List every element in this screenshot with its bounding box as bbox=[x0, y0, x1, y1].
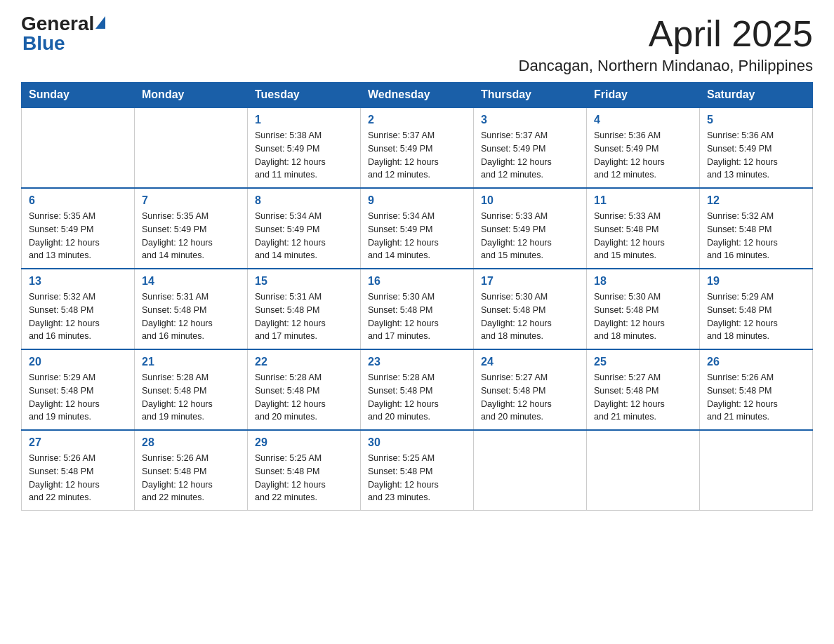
day-info: Sunrise: 5:25 AMSunset: 5:48 PMDaylight:… bbox=[255, 452, 353, 504]
day-cell: 26Sunrise: 5:26 AMSunset: 5:48 PMDayligh… bbox=[700, 349, 813, 430]
day-info: Sunrise: 5:32 AMSunset: 5:48 PMDaylight:… bbox=[29, 290, 127, 343]
day-cell: 11Sunrise: 5:33 AMSunset: 5:48 PMDayligh… bbox=[587, 188, 700, 269]
day-info: Sunrise: 5:35 AMSunset: 5:49 PMDaylight:… bbox=[142, 210, 240, 262]
day-number: 15 bbox=[255, 275, 353, 288]
day-cell: 24Sunrise: 5:27 AMSunset: 5:48 PMDayligh… bbox=[474, 349, 587, 430]
day-info: Sunrise: 5:28 AMSunset: 5:48 PMDaylight:… bbox=[142, 371, 240, 424]
day-info: Sunrise: 5:27 AMSunset: 5:48 PMDaylight:… bbox=[481, 371, 579, 424]
day-number: 21 bbox=[142, 356, 240, 368]
day-cell: 3Sunrise: 5:37 AMSunset: 5:49 PMDaylight… bbox=[474, 107, 587, 188]
logo-area: General Blue bbox=[21, 14, 107, 55]
month-title: April 2025 bbox=[519, 14, 813, 54]
day-cell: 25Sunrise: 5:27 AMSunset: 5:48 PMDayligh… bbox=[587, 349, 700, 430]
calendar-table: Sunday Monday Tuesday Wednesday Thursday… bbox=[21, 82, 813, 511]
header: General Blue April 2025 Dancagan, Northe… bbox=[21, 14, 813, 75]
logo-blue-text: Blue bbox=[22, 32, 65, 54]
day-number: 14 bbox=[142, 275, 240, 288]
day-number: 7 bbox=[142, 194, 240, 207]
day-info: Sunrise: 5:30 AMSunset: 5:48 PMDaylight:… bbox=[481, 290, 579, 343]
weekday-header-row: Sunday Monday Tuesday Wednesday Thursday… bbox=[22, 83, 813, 108]
location-title: Dancagan, Northern Mindanao, Philippines bbox=[519, 57, 813, 75]
day-cell: 10Sunrise: 5:33 AMSunset: 5:49 PMDayligh… bbox=[474, 188, 587, 269]
day-info: Sunrise: 5:36 AMSunset: 5:49 PMDaylight:… bbox=[594, 129, 692, 182]
day-number: 19 bbox=[707, 275, 805, 288]
day-number: 22 bbox=[255, 356, 353, 368]
logo-general-text: General bbox=[21, 14, 94, 34]
day-cell bbox=[700, 430, 813, 511]
day-info: Sunrise: 5:29 AMSunset: 5:48 PMDaylight:… bbox=[29, 371, 127, 424]
day-number: 16 bbox=[368, 275, 466, 288]
day-number: 24 bbox=[481, 356, 579, 368]
day-cell: 6Sunrise: 5:35 AMSunset: 5:49 PMDaylight… bbox=[22, 188, 135, 269]
day-number: 1 bbox=[255, 114, 353, 126]
day-cell: 9Sunrise: 5:34 AMSunset: 5:49 PMDaylight… bbox=[361, 188, 474, 269]
day-cell: 13Sunrise: 5:32 AMSunset: 5:48 PMDayligh… bbox=[22, 269, 135, 349]
day-info: Sunrise: 5:31 AMSunset: 5:48 PMDaylight:… bbox=[142, 290, 240, 343]
day-cell bbox=[587, 430, 700, 511]
day-info: Sunrise: 5:28 AMSunset: 5:48 PMDaylight:… bbox=[368, 371, 466, 424]
header-tuesday: Tuesday bbox=[248, 83, 361, 108]
day-cell bbox=[135, 107, 248, 188]
day-cell: 20Sunrise: 5:29 AMSunset: 5:48 PMDayligh… bbox=[22, 349, 135, 430]
day-info: Sunrise: 5:27 AMSunset: 5:48 PMDaylight:… bbox=[594, 371, 692, 424]
day-info: Sunrise: 5:37 AMSunset: 5:49 PMDaylight:… bbox=[481, 129, 579, 182]
day-cell: 23Sunrise: 5:28 AMSunset: 5:48 PMDayligh… bbox=[361, 349, 474, 430]
day-info: Sunrise: 5:30 AMSunset: 5:48 PMDaylight:… bbox=[594, 290, 692, 343]
day-number: 4 bbox=[594, 114, 692, 126]
day-cell: 2Sunrise: 5:37 AMSunset: 5:49 PMDaylight… bbox=[361, 107, 474, 188]
day-cell: 18Sunrise: 5:30 AMSunset: 5:48 PMDayligh… bbox=[587, 269, 700, 349]
day-number: 13 bbox=[29, 275, 127, 288]
day-cell bbox=[22, 107, 135, 188]
header-monday: Monday bbox=[135, 83, 248, 108]
day-cell: 27Sunrise: 5:26 AMSunset: 5:48 PMDayligh… bbox=[22, 430, 135, 511]
week-row-3: 13Sunrise: 5:32 AMSunset: 5:48 PMDayligh… bbox=[22, 269, 813, 349]
day-number: 18 bbox=[594, 275, 692, 288]
day-cell: 7Sunrise: 5:35 AMSunset: 5:49 PMDaylight… bbox=[135, 188, 248, 269]
day-info: Sunrise: 5:34 AMSunset: 5:49 PMDaylight:… bbox=[368, 210, 466, 262]
day-info: Sunrise: 5:26 AMSunset: 5:48 PMDaylight:… bbox=[142, 452, 240, 504]
day-info: Sunrise: 5:33 AMSunset: 5:49 PMDaylight:… bbox=[481, 210, 579, 262]
day-number: 6 bbox=[29, 194, 127, 207]
day-cell: 12Sunrise: 5:32 AMSunset: 5:48 PMDayligh… bbox=[700, 188, 813, 269]
day-info: Sunrise: 5:26 AMSunset: 5:48 PMDaylight:… bbox=[29, 452, 127, 504]
week-row-1: 1Sunrise: 5:38 AMSunset: 5:49 PMDaylight… bbox=[22, 107, 813, 188]
day-number: 8 bbox=[255, 194, 353, 207]
title-area: April 2025 Dancagan, Northern Mindanao, … bbox=[519, 14, 813, 75]
day-cell: 30Sunrise: 5:25 AMSunset: 5:48 PMDayligh… bbox=[361, 430, 474, 511]
header-sunday: Sunday bbox=[22, 83, 135, 108]
day-number: 5 bbox=[707, 114, 805, 126]
day-cell: 1Sunrise: 5:38 AMSunset: 5:49 PMDaylight… bbox=[248, 107, 361, 188]
day-number: 12 bbox=[707, 194, 805, 207]
day-number: 10 bbox=[481, 194, 579, 207]
day-cell bbox=[474, 430, 587, 511]
day-number: 25 bbox=[594, 356, 692, 368]
day-info: Sunrise: 5:28 AMSunset: 5:48 PMDaylight:… bbox=[255, 371, 353, 424]
day-cell: 29Sunrise: 5:25 AMSunset: 5:48 PMDayligh… bbox=[248, 430, 361, 511]
day-cell: 16Sunrise: 5:30 AMSunset: 5:48 PMDayligh… bbox=[361, 269, 474, 349]
day-number: 28 bbox=[142, 436, 240, 449]
day-info: Sunrise: 5:31 AMSunset: 5:48 PMDaylight:… bbox=[255, 290, 353, 343]
day-cell: 5Sunrise: 5:36 AMSunset: 5:49 PMDaylight… bbox=[700, 107, 813, 188]
day-cell: 8Sunrise: 5:34 AMSunset: 5:49 PMDaylight… bbox=[248, 188, 361, 269]
day-info: Sunrise: 5:38 AMSunset: 5:49 PMDaylight:… bbox=[255, 129, 353, 182]
day-number: 3 bbox=[481, 114, 579, 126]
day-info: Sunrise: 5:36 AMSunset: 5:49 PMDaylight:… bbox=[707, 129, 805, 182]
day-cell: 21Sunrise: 5:28 AMSunset: 5:48 PMDayligh… bbox=[135, 349, 248, 430]
day-cell: 19Sunrise: 5:29 AMSunset: 5:48 PMDayligh… bbox=[700, 269, 813, 349]
day-number: 26 bbox=[707, 356, 805, 368]
header-wednesday: Wednesday bbox=[361, 83, 474, 108]
day-number: 29 bbox=[255, 436, 353, 449]
day-cell: 4Sunrise: 5:36 AMSunset: 5:49 PMDaylight… bbox=[587, 107, 700, 188]
day-info: Sunrise: 5:29 AMSunset: 5:48 PMDaylight:… bbox=[707, 290, 805, 343]
day-cell: 22Sunrise: 5:28 AMSunset: 5:48 PMDayligh… bbox=[248, 349, 361, 430]
day-number: 23 bbox=[368, 356, 466, 368]
day-number: 27 bbox=[29, 436, 127, 449]
day-info: Sunrise: 5:33 AMSunset: 5:48 PMDaylight:… bbox=[594, 210, 692, 262]
week-row-5: 27Sunrise: 5:26 AMSunset: 5:48 PMDayligh… bbox=[22, 430, 813, 511]
day-number: 11 bbox=[594, 194, 692, 207]
day-number: 17 bbox=[481, 275, 579, 288]
day-info: Sunrise: 5:30 AMSunset: 5:48 PMDaylight:… bbox=[368, 290, 466, 343]
day-cell: 14Sunrise: 5:31 AMSunset: 5:48 PMDayligh… bbox=[135, 269, 248, 349]
header-friday: Friday bbox=[587, 83, 700, 108]
logo-triangle-icon bbox=[95, 16, 105, 29]
